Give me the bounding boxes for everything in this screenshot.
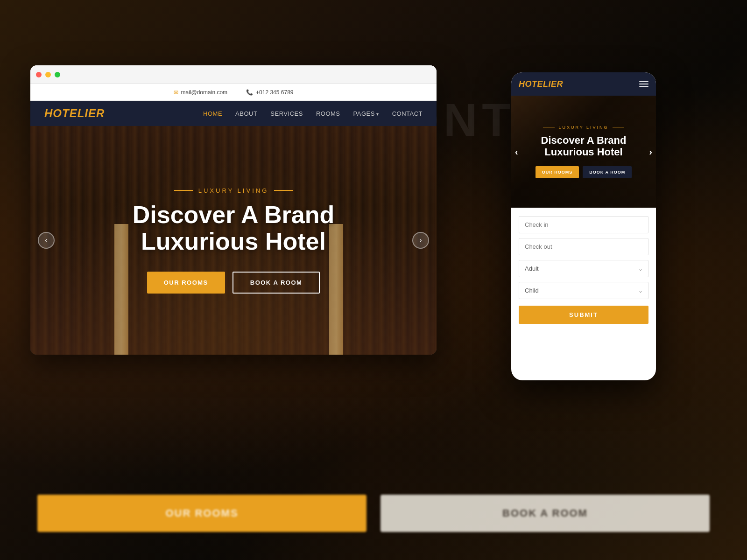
adult-select-wrapper: Adult 1 2 3 4 ⌄ (519, 260, 648, 277)
close-dot[interactable] (36, 72, 42, 77)
phone-contact: 📞 +012 345 6789 (246, 89, 293, 96)
luxury-label: LUXURY LIVING (133, 187, 335, 194)
nav-item-services[interactable]: SERVICES (270, 109, 303, 118)
nav-item-contact[interactable]: CONTACT (392, 109, 423, 118)
checkout-input[interactable] (519, 238, 648, 255)
browser-topbar (30, 65, 437, 84)
bottom-book-label: BOOK A ROOM (502, 507, 588, 519)
site-header-topbar: ✉ mail@domain.com 📞 +012 345 6789 (30, 84, 437, 101)
main-navigation: HOTELIER HOME ABOUT SERVICES ROOMS PAGES… (30, 101, 437, 126)
child-field: Child 0 1 2 3 ⌄ (519, 282, 648, 299)
nav-link-pages[interactable]: PAGES (353, 110, 379, 117)
child-select[interactable]: Child 0 1 2 3 (519, 282, 648, 299)
mobile-hero-content: LUXURY LIVING Discover A Brand Luxurious… (526, 125, 641, 179)
email-contact: ✉ mail@domain.com (174, 89, 228, 96)
hamburger-line-3 (639, 86, 648, 87)
mobile-hero-title: Discover A Brand Luxurious Hotel (536, 134, 632, 158)
bottom-rooms-button: OUR ROOMS (37, 495, 366, 532)
mobile-book-room-button[interactable]: BOOK A ROOM (583, 166, 632, 178)
nav-item-pages[interactable]: PAGES (353, 109, 379, 118)
our-rooms-button[interactable]: OUR ROOMS (147, 272, 225, 294)
hamburger-line-1 (639, 81, 648, 82)
hero-next-arrow[interactable]: › (412, 232, 429, 249)
mobile-brand-logo: HOTELIER (519, 79, 563, 89)
nav-link-about[interactable]: ABOUT (235, 110, 257, 117)
checkin-field (519, 216, 648, 233)
maximize-dot[interactable] (55, 72, 60, 77)
submit-button[interactable]: SUBMIT (519, 306, 648, 324)
desktop-window: ✉ mail@domain.com 📞 +012 345 6789 HOTELI… (30, 65, 437, 355)
hero-title-line1: Discover A Brand (133, 201, 335, 228)
desktop-brand-logo: HOTELIER (44, 107, 105, 120)
adult-select[interactable]: Adult 1 2 3 4 (519, 260, 648, 277)
book-room-button[interactable]: BOOK A ROOM (233, 272, 320, 294)
nav-links-list: HOME ABOUT SERVICES ROOMS PAGES CONTACT (203, 109, 423, 118)
adult-field: Adult 1 2 3 4 ⌄ (519, 260, 648, 277)
mobile-luxury-label: LUXURY LIVING (536, 125, 632, 130)
child-select-wrapper: Child 0 1 2 3 ⌄ (519, 282, 648, 299)
bottom-book-button: BOOK A ROOM (381, 495, 710, 532)
hero-title-line2: Luxurious Hotel (141, 228, 326, 255)
mobile-hero-title-line2: Luxurious Hotel (544, 146, 622, 158)
hamburger-line-2 (639, 84, 648, 84)
bottom-rooms-label: OUR ROOMS (165, 507, 238, 519)
hero-prev-arrow[interactable]: ‹ (38, 232, 55, 249)
mobile-our-rooms-button[interactable]: OUR ROOMS (536, 166, 579, 178)
envelope-icon: ✉ (174, 89, 178, 96)
hamburger-menu[interactable] (639, 81, 648, 87)
checkin-input[interactable] (519, 216, 648, 233)
mobile-next-arrow[interactable]: › (649, 147, 652, 157)
nav-item-rooms[interactable]: ROOMS (316, 109, 340, 118)
phone-text: +012 345 6789 (256, 89, 293, 96)
nav-item-about[interactable]: ABOUT (235, 109, 257, 118)
nav-link-rooms[interactable]: ROOMS (316, 110, 340, 117)
hero-title: Discover A Brand Luxurious Hotel (133, 202, 335, 255)
mobile-booking-form: Adult 1 2 3 4 ⌄ Child 0 1 2 3 ⌄ (511, 208, 656, 332)
mobile-hero-section: ‹ LUXURY LIVING Discover A Brand Luxurio… (511, 96, 656, 208)
mobile-hero-title-line1: Discover A Brand (541, 134, 627, 146)
mobile-hero-buttons: OUR ROOMS BOOK A ROOM (536, 166, 632, 178)
mobile-window: HOTELIER ‹ LUXURY LIVING Discover A Bran… (511, 72, 656, 380)
checkout-field (519, 238, 648, 255)
mobile-navigation: HOTELIER (511, 72, 656, 96)
hero-buttons: OUR ROOMS BOOK A ROOM (133, 272, 335, 294)
nav-link-contact[interactable]: CONTACT (392, 110, 423, 117)
phone-icon: 📞 (246, 89, 253, 96)
email-text: mail@domain.com (181, 89, 228, 96)
bottom-buttons-area: OUR ROOMS BOOK A ROOM (37, 495, 710, 532)
nav-link-home[interactable]: HOME (203, 110, 222, 117)
minimize-dot[interactable] (45, 72, 51, 77)
hero-section: ‹ LUXURY LIVING Discover A Brand Luxurio… (30, 126, 437, 355)
nav-item-home[interactable]: HOME (203, 109, 222, 118)
nav-link-services[interactable]: SERVICES (270, 110, 303, 117)
hero-content: LUXURY LIVING Discover A Brand Luxurious… (105, 187, 363, 294)
mobile-prev-arrow[interactable]: ‹ (515, 147, 518, 157)
